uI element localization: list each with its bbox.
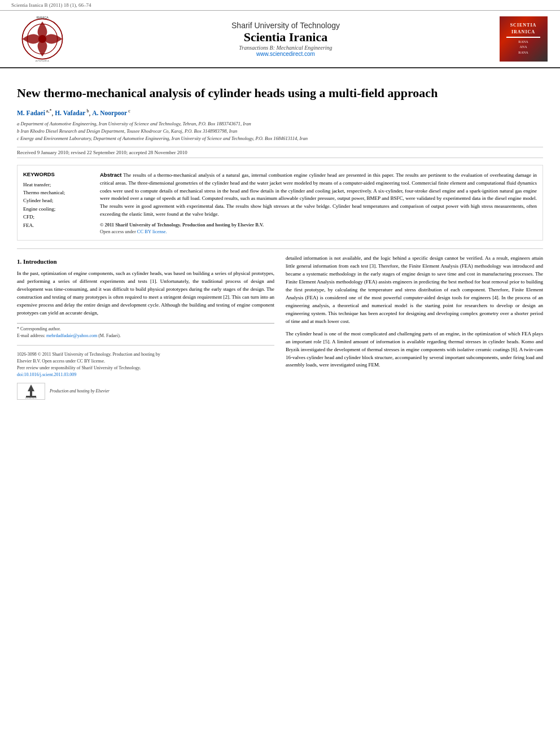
keyword-6: FEA. <box>23 221 91 229</box>
journal-name: Scientia Iranica <box>244 30 328 45</box>
cover-text-1: SCIENTIA <box>510 22 537 28</box>
affiliations: a Department of Automotive Engineering, … <box>17 120 543 142</box>
journal-header: SCIENTIA IRANICA Sharif University of Te… <box>0 11 560 68</box>
svg-point-2 <box>38 35 46 43</box>
affiliation-a: a Department of Automotive Engineering, … <box>17 120 543 128</box>
keywords-title: KEYWORDS <box>23 171 91 177</box>
abstract-text-box: Abstract The results of a thermo-mechani… <box>100 171 537 235</box>
cover-text-2: IRANICA <box>511 29 535 35</box>
affiliation-b: b Iran Khodro Diesel Research and Design… <box>17 128 543 135</box>
journal-subtitle: Transactions B: Mechanical Engineering <box>239 45 332 51</box>
elsevier-logo-svg: ELSEVIER <box>19 383 43 399</box>
main-content: New thermo-mechanical analysis of cylind… <box>0 68 560 411</box>
elsevier-logo-area: ELSEVIER Production and hosting by Elsev… <box>17 383 274 400</box>
footnote-divider <box>17 345 274 346</box>
authors-line: M. Fadaei a,*, H. Vafadar b, A. Noorpoor… <box>17 108 543 116</box>
article-title: New thermo-mechanical analysis of cylind… <box>17 85 543 102</box>
issn-line: 1026-3098 © 2011 Sharif University of Te… <box>17 351 274 358</box>
elsevier-caption: Production and hosting by Elsevier <box>50 388 110 395</box>
keywords-box: KEYWORDS Heat transfer; Thermo mechanica… <box>23 171 91 235</box>
cover-image: SCIENTIA IRANICA RANAANARANA <box>500 16 548 62</box>
open-access-line: Open access under CC BY license. <box>100 229 537 234</box>
copyright-line: © 2011 Sharif University of Technology. … <box>100 222 537 228</box>
footnote-corresponding: * Corresponding author. <box>17 326 274 333</box>
journal-ref-bar: Scientia Iranica B (2011) 18 (1), 66–74 <box>0 0 560 11</box>
journal-cover-area: SCIENTIA IRANICA RANAANARANA <box>498 16 549 62</box>
journal-ref-text: Scientia Iranica B (2011) 18 (1), 66–74 <box>11 2 91 8</box>
keyword-4: Engine cooling; <box>23 205 91 213</box>
university-name: Sharif University of Technology <box>231 21 340 30</box>
author-a: M. Fadaei <box>17 109 45 116</box>
scientia-iranica-logo: SCIENTIA IRANICA <box>14 16 71 62</box>
svg-text:ELSEVIER: ELSEVIER <box>25 396 37 399</box>
abstract-label: Abstract <box>100 172 122 178</box>
author-a-sup: a,* <box>45 108 52 113</box>
cover-decoration <box>506 37 540 38</box>
keyword-3: Cylinder head; <box>23 196 91 204</box>
journal-url[interactable]: www.sciencedirect.com <box>256 51 315 57</box>
issn-line2: Elsevier B.V. Open access under CC BY li… <box>17 358 274 365</box>
svg-text:SCIENTIA: SCIENTIA <box>36 60 50 62</box>
abstract-body: The results of a thermo-mechanical analy… <box>100 172 537 217</box>
two-column-body: 1. Introduction In the past, optimizatio… <box>17 255 543 400</box>
logo-area: SCIENTIA IRANICA <box>11 16 73 62</box>
author-b: H. Vafadar <box>55 109 85 116</box>
right-col-para-2: The cylinder head is one of the most com… <box>286 330 543 370</box>
received-line: Received 9 January 2010; revised 22 Sept… <box>17 147 543 158</box>
author-b-sup: b <box>85 108 89 113</box>
elsevier-logo: ELSEVIER <box>17 383 45 400</box>
author-c-sup: c <box>127 108 130 113</box>
cover-lines: RANAANARANA <box>518 40 528 56</box>
author-c: A. Noorpoor <box>92 109 127 116</box>
cc-link[interactable]: CC BY license. <box>137 229 167 234</box>
svg-rect-7 <box>30 391 32 396</box>
keyword-2: Thermo mechanical; <box>23 189 91 196</box>
doi-link[interactable]: doi:10.1016/j.scient.2011.03.009 <box>17 372 76 377</box>
affiliation-c: c Energy and Environment Laboratory, Dep… <box>17 135 543 142</box>
section-divider <box>17 248 543 249</box>
footnote-area: * Corresponding author. E-mail address: … <box>17 323 274 339</box>
right-column: detailed information is not available, a… <box>286 255 543 400</box>
doi-line: doi:10.1016/j.scient.2011.03.009 <box>17 372 274 378</box>
page: Scientia Iranica B (2011) 18 (1), 66–74 … <box>0 0 560 747</box>
right-col-para-1: detailed information is not available, a… <box>286 255 543 325</box>
keyword-1: Heat transfer; <box>23 181 91 189</box>
abstract-text: Abstract The results of a thermo-mechani… <box>100 171 537 219</box>
left-col-para: In the past, optimization of engine comp… <box>17 270 274 317</box>
abstract-section: KEYWORDS Heat transfer; Thermo mechanica… <box>17 165 543 241</box>
svg-text:IRANICA: IRANICA <box>36 16 49 19</box>
footnote-email: E-mail address: mehrdadfadaie@yahoo.com … <box>17 333 274 339</box>
section-1-title: 1. Introduction <box>17 257 274 267</box>
email-link[interactable]: mehrdadfadaie@yahoo.com <box>46 333 97 338</box>
journal-title-area: Sharif University of Technology Scientia… <box>79 16 492 62</box>
left-column: 1. Introduction In the past, optimizatio… <box>17 255 274 400</box>
keyword-5: CFD; <box>23 213 91 221</box>
peer-review-line: Peer review under responsibility of Shar… <box>17 365 274 372</box>
